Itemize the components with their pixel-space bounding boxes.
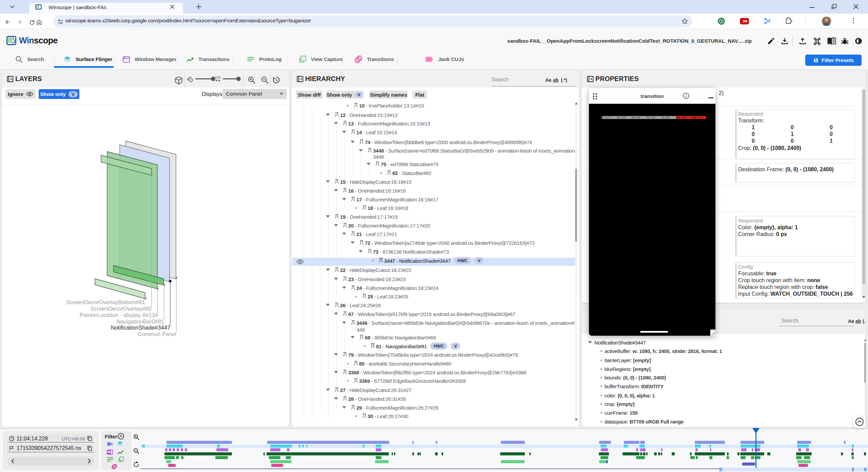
svg-text:ScreenDecorOverlay#60: ScreenDecorOverlay#60 (90, 306, 152, 312)
svg-text:NavigationBar0#81: NavigationBar0#81 (117, 318, 164, 324)
svg-text:NotificationShade#3447: NotificationShade#3447 (111, 324, 170, 331)
svg-text:ScreenDecorOverlayBottom#61: ScreenDecorOverlayBottom#61 (66, 299, 145, 305)
svg-text:PointerLocation - display 0#13: PointerLocation - display 0#134 (80, 312, 158, 318)
svg-text:Common Panel: Common Panel (138, 331, 176, 337)
